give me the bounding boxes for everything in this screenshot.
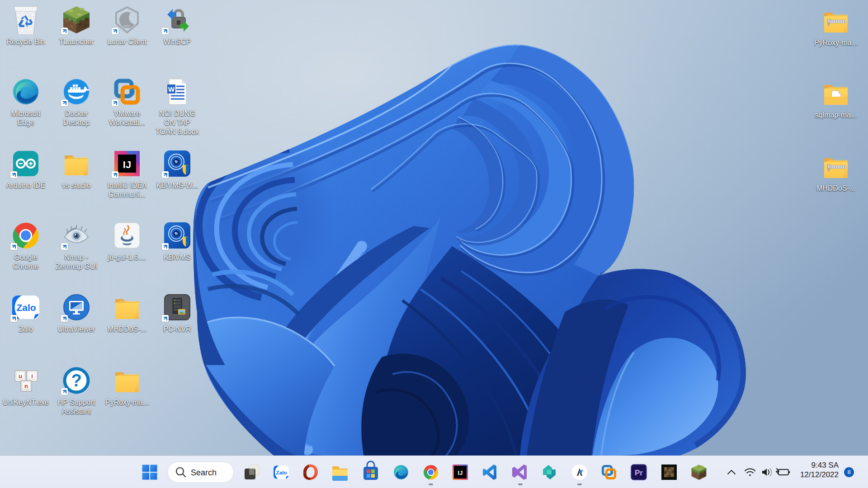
svg-text:i: i bbox=[31, 373, 33, 380]
svg-text:IJ: IJ bbox=[458, 469, 463, 476]
svg-text:W: W bbox=[168, 85, 175, 93]
svg-text:IJ: IJ bbox=[123, 159, 131, 170]
svg-text:n: n bbox=[24, 383, 28, 389]
svg-text:Search: Search bbox=[191, 468, 217, 477]
svg-text:u: u bbox=[19, 373, 22, 380]
svg-text:?: ? bbox=[71, 371, 81, 390]
svg-text:Pr: Pr bbox=[635, 469, 643, 477]
